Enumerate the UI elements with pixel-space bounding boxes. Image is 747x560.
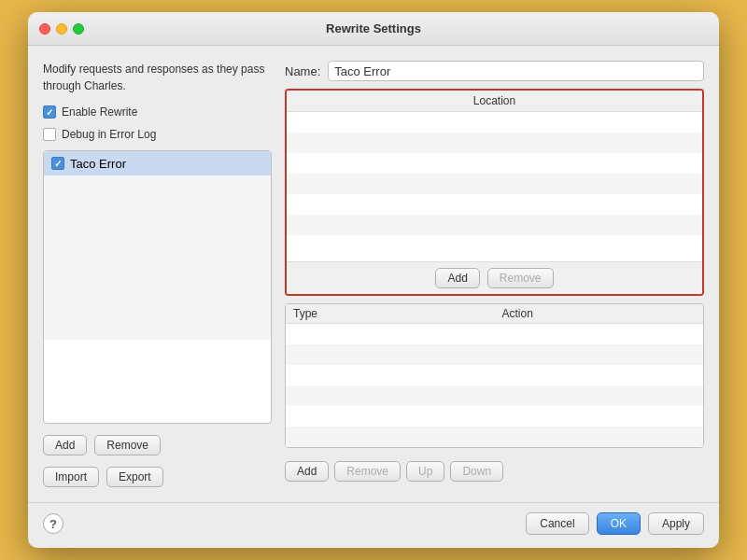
list-item-empty-1: [44, 175, 271, 196]
rules-down-button[interactable]: Down: [450, 461, 503, 482]
cancel-button[interactable]: Cancel: [526, 512, 588, 535]
name-row: Name:: [285, 61, 704, 81]
item-checkbox[interactable]: [51, 157, 64, 170]
rules-add-button[interactable]: Add: [285, 461, 329, 482]
left-panel: Modify requests and responses as they pa…: [43, 61, 272, 487]
location-buttons: Add Remove: [287, 261, 702, 294]
close-button[interactable]: [39, 23, 50, 35]
location-list: [287, 112, 702, 261]
location-header: Location: [287, 91, 702, 112]
rules-list-container: Taco Error: [43, 150, 272, 424]
import-export-buttons: Import Export: [43, 467, 272, 487]
list-item-empty-2: [44, 196, 271, 217]
enable-rewrite-checkbox[interactable]: [43, 105, 56, 119]
list-item-empty-3: [44, 217, 271, 237]
rules-row-1: [286, 324, 703, 344]
debug-label: Debug in Error Log: [62, 128, 156, 141]
list-item-empty-7: [44, 299, 271, 319]
minimize-button[interactable]: [56, 23, 67, 35]
rules-row-4: [286, 385, 703, 406]
window-title: Rewrite Settings: [326, 21, 421, 35]
rules-section: Type Action: [285, 303, 704, 448]
main-window: Rewrite Settings Modify requests and res…: [28, 12, 719, 548]
rules-row-6: [286, 427, 703, 447]
rules-row-5: [286, 406, 703, 427]
list-item[interactable]: Taco Error: [44, 151, 271, 175]
action-col-header: Action: [495, 304, 704, 323]
name-label: Name:: [285, 64, 320, 78]
rules-list: [286, 324, 703, 447]
location-row-6: [287, 215, 702, 235]
import-button[interactable]: Import: [43, 467, 99, 487]
location-row-5: [287, 194, 702, 215]
enable-rewrite-row[interactable]: Enable Rewrite: [43, 105, 272, 119]
help-button[interactable]: ?: [43, 513, 63, 534]
enable-rewrite-label: Enable Rewrite: [62, 105, 137, 119]
export-button[interactable]: Export: [106, 467, 163, 487]
location-section: Location Add Remove: [285, 89, 704, 296]
rules-row-3: [286, 365, 703, 385]
bottom-bar: ? Cancel OK Apply: [28, 502, 719, 548]
debug-checkbox[interactable]: [43, 128, 56, 141]
content-area: Modify requests and responses as they pa…: [28, 46, 719, 502]
location-row-4: [287, 174, 702, 194]
remove-rule-button[interactable]: Remove: [94, 435, 161, 455]
type-col-header: Type: [286, 304, 495, 323]
list-item-empty-6: [44, 278, 271, 299]
maximize-button[interactable]: [73, 23, 84, 35]
titlebar: Rewrite Settings: [28, 12, 719, 46]
add-rule-button[interactable]: Add: [43, 435, 87, 455]
location-add-button[interactable]: Add: [435, 268, 479, 288]
rules-row-2: [286, 344, 703, 365]
rules-header: Type Action: [286, 304, 703, 324]
location-remove-button[interactable]: Remove: [487, 268, 554, 288]
rules-up-button[interactable]: Up: [406, 461, 444, 482]
ok-button[interactable]: OK: [597, 512, 641, 535]
list-action-buttons: Add Remove: [43, 435, 272, 455]
list-item-empty-5: [44, 258, 271, 278]
rules-action-buttons: Add Remove Up Down: [285, 455, 704, 487]
location-row-1: [287, 112, 702, 133]
apply-button[interactable]: Apply: [648, 512, 704, 535]
traffic-lights: [39, 23, 84, 35]
debug-row[interactable]: Debug in Error Log: [43, 128, 272, 141]
location-row-3: [287, 153, 702, 174]
location-row-2: [287, 133, 702, 153]
bottom-actions: Cancel OK Apply: [526, 512, 704, 535]
right-panel: Name: Location Add Remove: [285, 61, 704, 487]
description-text: Modify requests and responses as they pa…: [43, 61, 272, 94]
location-row-7: [287, 235, 702, 256]
list-item-empty-4: [44, 237, 271, 258]
list-item-empty-8: [44, 319, 271, 340]
name-input[interactable]: [328, 61, 704, 81]
rules-remove-button[interactable]: Remove: [334, 461, 401, 482]
list-item-label: Taco Error: [70, 157, 126, 171]
